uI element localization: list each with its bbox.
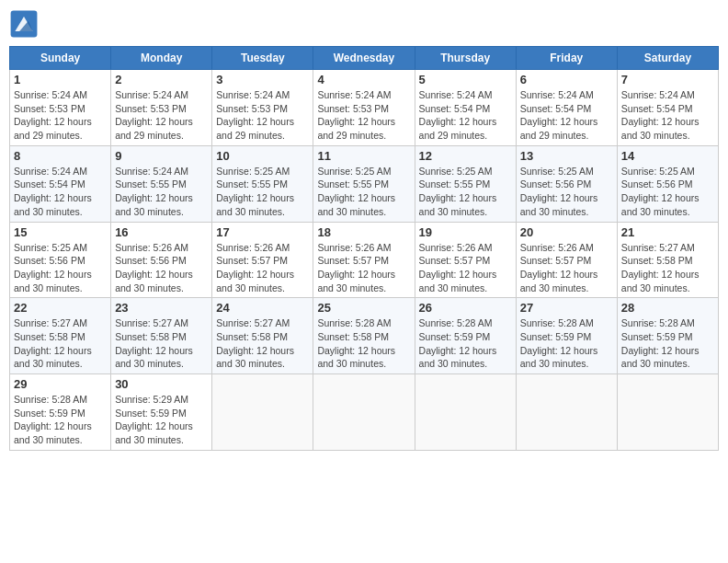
day-number: 12 [419,149,512,163]
day-detail: Sunrise: 5:27 AMSunset: 5:58 PMDaylight:… [216,316,309,371]
calendar-cell: 10Sunrise: 5:25 AMSunset: 5:55 PMDayligh… [212,145,313,222]
day-number: 13 [520,149,613,163]
calendar-cell: 13Sunrise: 5:25 AMSunset: 5:56 PMDayligh… [516,145,617,222]
calendar-cell: 8Sunrise: 5:24 AMSunset: 5:54 PMDaylight… [10,145,111,222]
calendar-cell: 25Sunrise: 5:28 AMSunset: 5:58 PMDayligh… [313,298,415,374]
day-detail: Sunrise: 5:25 AMSunset: 5:56 PMDaylight:… [520,165,613,219]
day-detail: Sunrise: 5:28 AMSunset: 5:58 PMDaylight:… [317,316,410,371]
calendar-cell [516,374,617,451]
calendar-cell [313,374,415,451]
calendar-week-row: 15Sunrise: 5:25 AMSunset: 5:56 PMDayligh… [10,222,719,298]
day-number: 19 [419,225,512,239]
day-detail: Sunrise: 5:24 AMSunset: 5:55 PMDaylight:… [115,165,208,219]
day-number: 23 [115,301,208,315]
calendar-cell: 16Sunrise: 5:26 AMSunset: 5:56 PMDayligh… [111,222,212,298]
day-detail: Sunrise: 5:26 AMSunset: 5:57 PMDaylight:… [520,241,613,295]
day-detail: Sunrise: 5:25 AMSunset: 5:55 PMDaylight:… [317,165,410,219]
day-number: 9 [115,149,208,163]
calendar-cell: 19Sunrise: 5:26 AMSunset: 5:57 PMDayligh… [415,222,516,298]
calendar-week-row: 29Sunrise: 5:28 AMSunset: 5:59 PMDayligh… [10,374,719,451]
calendar-cell: 24Sunrise: 5:27 AMSunset: 5:58 PMDayligh… [212,298,313,374]
calendar-cell: 1Sunrise: 5:24 AMSunset: 5:53 PMDaylight… [10,70,111,146]
day-number: 15 [14,225,107,239]
day-detail: Sunrise: 5:26 AMSunset: 5:57 PMDaylight:… [216,241,309,295]
day-number: 21 [621,225,714,239]
day-detail: Sunrise: 5:28 AMSunset: 5:59 PMDaylight:… [419,316,512,371]
calendar-cell [415,374,516,451]
weekday-header-friday: Friday [516,47,617,70]
calendar-cell: 9Sunrise: 5:24 AMSunset: 5:55 PMDaylight… [111,145,212,222]
day-number: 29 [14,377,107,391]
calendar-cell [212,374,313,451]
day-detail: Sunrise: 5:27 AMSunset: 5:58 PMDaylight:… [14,316,107,371]
day-detail: Sunrise: 5:27 AMSunset: 5:58 PMDaylight:… [621,241,714,295]
day-number: 18 [317,225,410,239]
day-detail: Sunrise: 5:25 AMSunset: 5:56 PMDaylight:… [621,165,714,219]
day-number: 24 [216,301,309,315]
day-detail: Sunrise: 5:24 AMSunset: 5:54 PMDaylight:… [14,165,107,219]
day-number: 1 [14,73,107,86]
weekday-header-wednesday: Wednesday [313,47,415,70]
weekday-header-tuesday: Tuesday [212,47,313,70]
calendar-week-row: 1Sunrise: 5:24 AMSunset: 5:53 PMDaylight… [10,70,719,146]
day-detail: Sunrise: 5:28 AMSunset: 5:59 PMDaylight:… [520,316,613,371]
day-detail: Sunrise: 5:26 AMSunset: 5:57 PMDaylight:… [419,241,512,295]
day-detail: Sunrise: 5:26 AMSunset: 5:56 PMDaylight:… [115,241,208,295]
day-number: 2 [115,73,208,86]
weekday-header-monday: Monday [111,47,212,70]
day-detail: Sunrise: 5:25 AMSunset: 5:55 PMDaylight:… [419,165,512,219]
calendar-cell: 20Sunrise: 5:26 AMSunset: 5:57 PMDayligh… [516,222,617,298]
day-detail: Sunrise: 5:25 AMSunset: 5:56 PMDaylight:… [14,241,107,295]
day-detail: Sunrise: 5:28 AMSunset: 5:59 PMDaylight:… [14,393,107,447]
calendar-cell: 12Sunrise: 5:25 AMSunset: 5:55 PMDayligh… [415,145,516,222]
day-number: 22 [14,301,107,315]
calendar-cell: 3Sunrise: 5:24 AMSunset: 5:53 PMDaylight… [212,70,313,146]
day-detail: Sunrise: 5:24 AMSunset: 5:53 PMDaylight:… [115,88,208,143]
day-detail: Sunrise: 5:26 AMSunset: 5:57 PMDaylight:… [317,241,410,295]
day-detail: Sunrise: 5:24 AMSunset: 5:53 PMDaylight:… [317,88,410,143]
day-number: 27 [520,301,613,315]
calendar-table: SundayMondayTuesdayWednesdayThursdayFrid… [9,46,719,451]
weekday-header-row: SundayMondayTuesdayWednesdayThursdayFrid… [10,47,719,70]
calendar-cell: 30Sunrise: 5:29 AMSunset: 5:59 PMDayligh… [111,374,212,451]
day-detail: Sunrise: 5:27 AMSunset: 5:58 PMDaylight:… [115,316,208,371]
calendar-cell: 14Sunrise: 5:25 AMSunset: 5:56 PMDayligh… [617,145,718,222]
weekday-header-saturday: Saturday [617,47,718,70]
day-detail: Sunrise: 5:24 AMSunset: 5:53 PMDaylight:… [14,88,107,143]
day-detail: Sunrise: 5:24 AMSunset: 5:54 PMDaylight:… [419,88,512,143]
day-number: 8 [14,149,107,163]
day-number: 20 [520,225,613,239]
calendar-cell: 18Sunrise: 5:26 AMSunset: 5:57 PMDayligh… [313,222,415,298]
day-number: 16 [115,225,208,239]
day-number: 30 [115,377,208,391]
calendar-cell [617,374,718,451]
calendar-cell: 6Sunrise: 5:24 AMSunset: 5:54 PMDaylight… [516,70,617,146]
day-detail: Sunrise: 5:25 AMSunset: 5:55 PMDaylight:… [216,165,309,219]
weekday-header-sunday: Sunday [10,47,111,70]
calendar-cell: 22Sunrise: 5:27 AMSunset: 5:58 PMDayligh… [10,298,111,374]
day-number: 17 [216,225,309,239]
calendar-cell: 5Sunrise: 5:24 AMSunset: 5:54 PMDaylight… [415,70,516,146]
day-number: 6 [520,73,613,86]
calendar-cell: 26Sunrise: 5:28 AMSunset: 5:59 PMDayligh… [415,298,516,374]
calendar-cell: 27Sunrise: 5:28 AMSunset: 5:59 PMDayligh… [516,298,617,374]
day-number: 5 [419,73,512,86]
day-detail: Sunrise: 5:24 AMSunset: 5:54 PMDaylight:… [520,88,613,143]
calendar-cell: 11Sunrise: 5:25 AMSunset: 5:55 PMDayligh… [313,145,415,222]
calendar-cell: 29Sunrise: 5:28 AMSunset: 5:59 PMDayligh… [10,374,111,451]
day-detail: Sunrise: 5:28 AMSunset: 5:59 PMDaylight:… [621,316,714,371]
day-number: 4 [317,73,410,86]
calendar-cell: 23Sunrise: 5:27 AMSunset: 5:58 PMDayligh… [111,298,212,374]
calendar-cell: 21Sunrise: 5:27 AMSunset: 5:58 PMDayligh… [617,222,718,298]
day-number: 14 [621,149,714,163]
day-detail: Sunrise: 5:29 AMSunset: 5:59 PMDaylight:… [115,393,208,447]
calendar-cell: 28Sunrise: 5:28 AMSunset: 5:59 PMDayligh… [617,298,718,374]
day-detail: Sunrise: 5:24 AMSunset: 5:54 PMDaylight:… [621,88,714,143]
day-number: 26 [419,301,512,315]
weekday-header-thursday: Thursday [415,47,516,70]
calendar-cell: 2Sunrise: 5:24 AMSunset: 5:53 PMDaylight… [111,70,212,146]
day-number: 10 [216,149,309,163]
calendar-week-row: 22Sunrise: 5:27 AMSunset: 5:58 PMDayligh… [10,298,719,374]
day-number: 3 [216,73,309,86]
day-number: 28 [621,301,714,315]
